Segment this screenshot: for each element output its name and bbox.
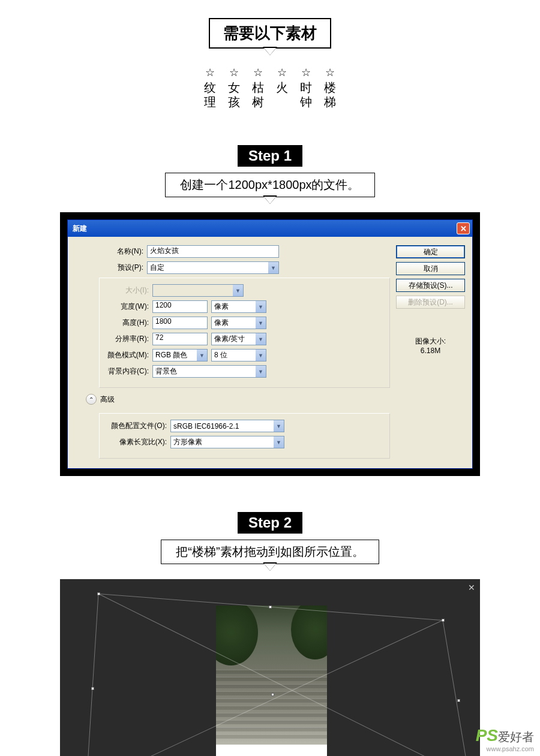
material-item: ☆枯树 bbox=[251, 66, 265, 109]
star-icon: ☆ bbox=[301, 66, 311, 79]
step2-tag: Step 2 bbox=[238, 512, 302, 534]
material-label: 楼梯 bbox=[323, 80, 337, 109]
chevron-down-icon: ▼ bbox=[233, 285, 243, 296]
advanced-label: 高级 bbox=[100, 394, 115, 405]
cancel-button[interactable]: 取消 bbox=[396, 262, 465, 275]
material-item: ☆楼梯 bbox=[323, 66, 337, 109]
delete-preset-button: 删除预设(D)... bbox=[396, 296, 465, 309]
mode-select[interactable]: RGB 颜色▼ bbox=[152, 349, 208, 362]
material-label: 枯树 bbox=[251, 80, 265, 109]
image-size-info: 图像大小: 6.18M bbox=[415, 336, 446, 355]
material-item: ☆纹理 bbox=[203, 66, 217, 109]
size-select: ▼ bbox=[152, 284, 244, 297]
size-fieldset: 大小(I): ▼ 宽度(W): 1200 像素▼ 高度(H): 1800 像素▼ bbox=[99, 278, 390, 388]
star-icon: ☆ bbox=[229, 66, 239, 79]
star-icon: ☆ bbox=[253, 66, 263, 79]
bg-label: 背景内容(C): bbox=[104, 366, 152, 377]
height-unit-select[interactable]: 像素▼ bbox=[211, 317, 266, 329]
chevron-down-icon: ▼ bbox=[274, 436, 284, 448]
watermark-ah: 爱好者 bbox=[498, 730, 534, 743]
new-dialog: 新建 ✕ 名称(N): 火焰女孩 预设(P): 自定▼ 大小(I): ▼ bbox=[67, 219, 473, 469]
res-unit-select[interactable]: 像素/英寸▼ bbox=[211, 333, 266, 345]
transform-handle[interactable] bbox=[457, 699, 460, 702]
watermark-url: www.psahz.com bbox=[476, 745, 534, 752]
chevron-down-icon: ▼ bbox=[197, 350, 207, 361]
pointer-icon bbox=[264, 48, 276, 55]
material-label: 火 bbox=[275, 80, 289, 95]
close-icon[interactable]: ✕ bbox=[468, 583, 475, 592]
width-input[interactable]: 1200 bbox=[152, 300, 208, 313]
dialog-title: 新建 bbox=[73, 224, 87, 234]
transform-edge bbox=[443, 620, 470, 756]
save-preset-button[interactable]: 存储预设(S)... bbox=[396, 279, 465, 292]
aspect-select[interactable]: 方形像素▼ bbox=[170, 436, 284, 448]
name-input[interactable]: 火焰女孩 bbox=[147, 245, 279, 258]
preset-label: 预设(P): bbox=[75, 263, 147, 273]
width-label: 宽度(W): bbox=[104, 302, 152, 312]
chevron-down-icon: ▼ bbox=[256, 301, 266, 312]
advanced-fieldset: 颜色配置文件(O): sRGB IEC61966-2.1▼ 像素长宽比(X): … bbox=[99, 413, 390, 459]
advanced-toggle[interactable]: ⌃ 高级 bbox=[86, 394, 390, 405]
chevron-down-icon: ▼ bbox=[268, 262, 278, 273]
width-unit-select[interactable]: 像素▼ bbox=[211, 300, 266, 313]
titlebar[interactable]: 新建 ✕ bbox=[68, 220, 472, 237]
ok-button[interactable]: 确定 bbox=[396, 245, 465, 258]
profile-label: 颜色配置文件(O): bbox=[104, 421, 170, 431]
height-label: 高度(H): bbox=[104, 318, 152, 328]
dialog-frame: 新建 ✕ 名称(N): 火焰女孩 预设(P): 自定▼ 大小(I): ▼ bbox=[60, 212, 480, 476]
foliage bbox=[291, 606, 327, 659]
foliage bbox=[216, 606, 258, 665]
chevron-down-icon: ▼ bbox=[256, 317, 266, 329]
stairs-photo[interactable] bbox=[216, 606, 327, 745]
watermark-ps: PS bbox=[476, 726, 498, 745]
height-input[interactable]: 1800 bbox=[152, 317, 208, 329]
transform-center-handle[interactable] bbox=[271, 693, 274, 696]
material-label: 女孩 bbox=[227, 80, 241, 109]
chevron-down-icon: ▼ bbox=[256, 366, 266, 377]
preset-select[interactable]: 自定▼ bbox=[147, 261, 279, 274]
collapse-icon: ⌃ bbox=[86, 394, 97, 405]
star-icon: ☆ bbox=[205, 66, 215, 79]
pointer-icon bbox=[264, 564, 276, 571]
materials-list: ☆纹理 ☆女孩 ☆枯树 ☆火 ☆时钟 ☆楼梯 bbox=[0, 66, 540, 109]
chevron-down-icon: ▼ bbox=[256, 350, 266, 361]
bg-select[interactable]: 背景色▼ bbox=[152, 365, 266, 378]
step2-screenshot: ✕ bbox=[60, 579, 480, 756]
chevron-down-icon: ▼ bbox=[274, 420, 284, 432]
star-icon: ☆ bbox=[325, 66, 335, 79]
name-label: 名称(N): bbox=[75, 246, 147, 257]
pointer-icon bbox=[264, 197, 276, 204]
step2-desc: 把“楼梯”素材拖动到如图所示位置。 bbox=[161, 540, 379, 564]
close-icon[interactable]: ✕ bbox=[457, 222, 470, 234]
step1-tag: Step 1 bbox=[238, 145, 302, 167]
bit-select[interactable]: 8 位▼ bbox=[211, 349, 266, 362]
res-input[interactable]: 72 bbox=[152, 333, 208, 345]
aspect-label: 像素长宽比(X): bbox=[104, 437, 170, 447]
mode-label: 颜色模式(M): bbox=[104, 350, 152, 360]
step1-desc: 创建一个1200px*1800px的文件。 bbox=[165, 173, 374, 197]
star-icon: ☆ bbox=[277, 66, 287, 79]
material-label: 纹理 bbox=[203, 80, 217, 109]
material-label: 时钟 bbox=[299, 80, 313, 109]
material-item: ☆时钟 bbox=[299, 66, 313, 109]
transform-edge bbox=[86, 594, 99, 756]
chevron-down-icon: ▼ bbox=[256, 333, 266, 345]
size-label: 大小(I): bbox=[104, 285, 152, 296]
watermark: PS爱好者 www.psahz.com bbox=[476, 726, 534, 752]
materials-header: 需要以下素材 bbox=[209, 18, 331, 49]
material-item: ☆女孩 bbox=[227, 66, 241, 109]
res-label: 分辨率(R): bbox=[104, 334, 152, 344]
profile-select[interactable]: sRGB IEC61966-2.1▼ bbox=[170, 420, 284, 432]
material-item: ☆火 bbox=[275, 66, 289, 109]
